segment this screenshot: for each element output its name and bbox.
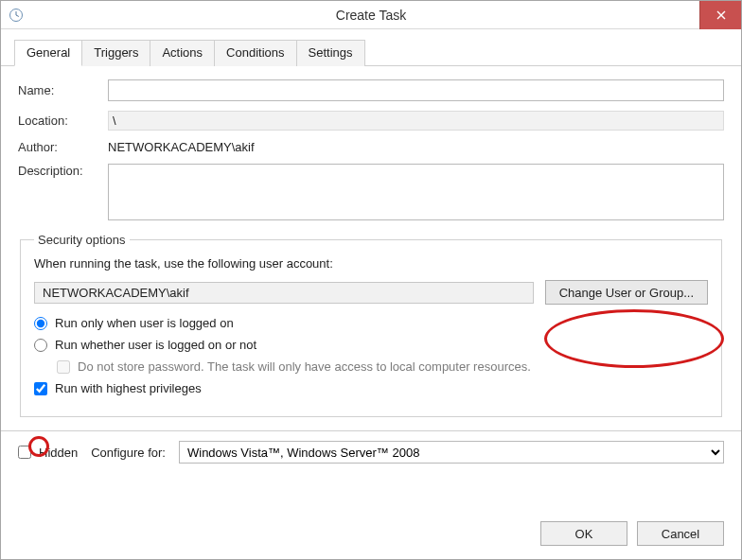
user-account-box: NETWORKACADEMY\akif bbox=[34, 282, 534, 304]
do-not-store-label: Do not store password. The task will onl… bbox=[78, 359, 531, 374]
bottom-row: Hidden Configure for: Windows Vista™, Wi… bbox=[1, 430, 741, 464]
location-value: \ bbox=[108, 111, 724, 131]
when-running-text: When running the task, use the following… bbox=[34, 256, 333, 271]
author-value: NETWORKACADEMY\akif bbox=[108, 140, 724, 154]
security-legend: Security options bbox=[34, 233, 130, 247]
tab-general[interactable]: General bbox=[14, 40, 82, 66]
security-options-group: Security options When running the task, … bbox=[20, 233, 722, 417]
do-not-store-row: Do not store password. The task will onl… bbox=[57, 359, 708, 374]
run-whether-radio-row[interactable]: Run whether user is logged on or not bbox=[34, 338, 708, 352]
highest-priv-label: Run with highest privileges bbox=[55, 381, 202, 395]
highest-priv-row[interactable]: Run with highest privileges bbox=[34, 381, 708, 395]
tab-strip: General Triggers Actions Conditions Sett… bbox=[1, 29, 741, 66]
location-label: Location: bbox=[18, 114, 108, 128]
ok-button[interactable]: OK bbox=[540, 521, 627, 546]
close-icon bbox=[716, 8, 726, 23]
run-whether-radio[interactable] bbox=[34, 339, 47, 352]
run-logged-on-radio[interactable] bbox=[34, 317, 47, 330]
create-task-dialog: Create Task General Triggers Actions Con… bbox=[0, 0, 742, 560]
tab-settings[interactable]: Settings bbox=[297, 40, 365, 66]
tab-conditions[interactable]: Conditions bbox=[215, 40, 296, 66]
author-label: Author: bbox=[18, 140, 108, 154]
name-label: Name: bbox=[18, 83, 108, 97]
run-logged-on-radio-row[interactable]: Run only when user is logged on bbox=[34, 316, 708, 330]
name-input[interactable] bbox=[108, 79, 724, 101]
hidden-checkbox[interactable] bbox=[18, 446, 31, 459]
app-icon bbox=[9, 8, 24, 23]
hidden-row[interactable]: Hidden bbox=[18, 446, 78, 460]
description-input[interactable] bbox=[108, 164, 724, 220]
change-user-button[interactable]: Change User or Group... bbox=[545, 280, 708, 305]
hidden-label: Hidden bbox=[39, 446, 78, 460]
window-title: Create Task bbox=[336, 8, 406, 23]
run-whether-label: Run whether user is logged on or not bbox=[55, 338, 256, 352]
tab-actions[interactable]: Actions bbox=[150, 40, 215, 66]
run-logged-on-label: Run only when user is logged on bbox=[55, 316, 234, 330]
configure-for-label: Configure for: bbox=[91, 446, 166, 460]
close-button[interactable] bbox=[699, 1, 741, 29]
highest-priv-checkbox[interactable] bbox=[34, 382, 47, 395]
tab-triggers[interactable]: Triggers bbox=[82, 40, 150, 66]
cancel-button[interactable]: Cancel bbox=[637, 521, 724, 546]
do-not-store-checkbox bbox=[57, 360, 70, 374]
general-panel: Name: Location: \ Author: NETWORKACADEMY… bbox=[1, 66, 741, 430]
titlebar: Create Task bbox=[1, 1, 741, 29]
configure-for-select[interactable]: Windows Vista™, Windows Server™ 2008 bbox=[179, 441, 724, 464]
description-label: Description: bbox=[18, 164, 108, 178]
dialog-footer: OK Cancel bbox=[540, 521, 724, 546]
